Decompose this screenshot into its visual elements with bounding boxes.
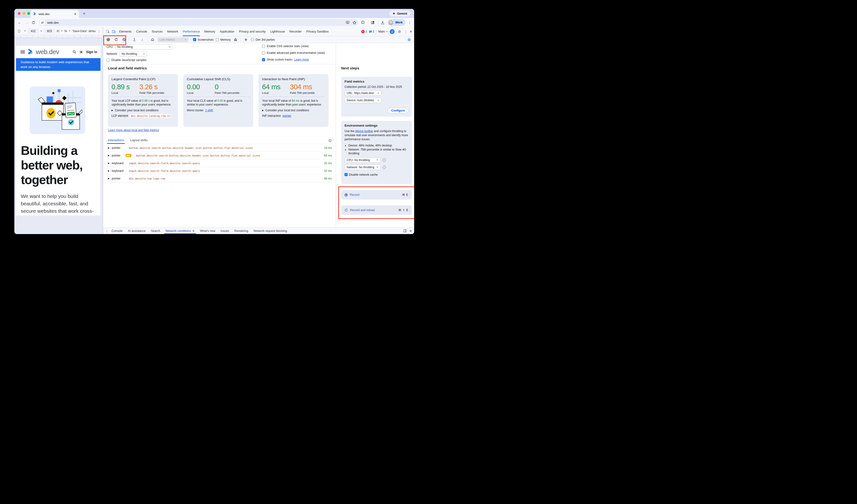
- device-type-dropdown[interactable]: [17, 28, 22, 34]
- drawer-tab-whats-new[interactable]: What's new: [198, 228, 218, 234]
- disclosure-triangle-icon[interactable]: ▶: [108, 162, 110, 164]
- tab-elements[interactable]: Elements: [117, 27, 134, 36]
- drawer-tab-ai-assistance[interactable]: AI assistance: [125, 228, 148, 234]
- new-tab-button[interactable]: +: [83, 11, 85, 16]
- extensions-icon[interactable]: [361, 20, 366, 25]
- tab-layout-shifts[interactable]: Layout shifts: [130, 138, 148, 144]
- sign-in-button[interactable]: Sign in: [86, 50, 97, 54]
- field-device-select[interactable]: Device: Auto (Mobile) ▼: [345, 98, 381, 103]
- field-url-select[interactable]: URL: https://web.dev/ ▼: [345, 90, 381, 96]
- tab-lighthouse[interactable]: Lighthouse: [268, 27, 287, 36]
- metrics-learn-more-link[interactable]: Learn more about local and field metrics: [108, 129, 159, 132]
- interaction-row[interactable]: ▶ pointer div.devsite-top-logo-row 48 ms: [103, 175, 336, 182]
- learn-more-link[interactable]: Learn more: [294, 58, 309, 61]
- tab-network[interactable]: Network: [165, 27, 180, 36]
- drawer-tab-close-icon[interactable]: ✕: [192, 229, 195, 233]
- env-network-select[interactable]: Network: No throttling ▼: [345, 165, 381, 170]
- error-badge[interactable]: ✕ 1: [361, 30, 367, 33]
- collect-garbage-icon[interactable]: [233, 37, 238, 43]
- tab-console[interactable]: Console: [134, 27, 149, 36]
- toggle-panel-icon[interactable]: [403, 229, 407, 233]
- cls-shift-link[interactable]: 1 shift: [205, 108, 213, 112]
- env-cpu-select[interactable]: CPU: No throttling ▼: [345, 157, 381, 163]
- device-mode-indicator-icon[interactable]: [390, 29, 394, 34]
- devtools-close-icon[interactable]: ✕: [409, 30, 412, 34]
- drawer-tab-console[interactable]: Console: [109, 228, 125, 234]
- site-search-icon[interactable]: [72, 50, 77, 54]
- site-brand[interactable]: web.dev: [36, 48, 59, 56]
- interaction-row[interactable]: ▶ keyboard input.devsite-search-field.de…: [103, 159, 336, 167]
- address-bar[interactable]: web.dev: [39, 19, 358, 26]
- network-throttle-select[interactable]: No throttling ▼: [119, 51, 147, 56]
- browser-menu-icon[interactable]: ⋮: [408, 21, 411, 24]
- promo-banner[interactable]: Guidance to build modern web experiences…: [16, 58, 100, 71]
- tab-application[interactable]: Application: [217, 27, 236, 36]
- drawer-tab-network-request-blocking[interactable]: Network request blocking: [251, 228, 289, 234]
- screenshots-checkbox[interactable]: [193, 38, 196, 41]
- save-profile-icon[interactable]: [139, 37, 145, 43]
- drawer-close-icon[interactable]: ✕: [409, 229, 412, 233]
- disclosure-triangle-icon[interactable]: ▶: [108, 147, 110, 149]
- tab-interactions[interactable]: Interactions: [108, 138, 124, 144]
- settings-gear-icon[interactable]: [397, 29, 402, 34]
- info-icon[interactable]: i: [383, 166, 386, 169]
- device-toolbar-link[interactable]: device toolbar: [355, 130, 373, 133]
- inp-disclosure[interactable]: ▶ Consider your local test conditions: [262, 108, 325, 112]
- close-window-button[interactable]: [18, 12, 21, 15]
- maximize-window-button[interactable]: [27, 12, 30, 15]
- lcp-disclosure[interactable]: ▶ Consider your local test conditions: [112, 108, 174, 112]
- interaction-row[interactable]: ▶ pointer button.devsite-search-button.d…: [103, 144, 336, 152]
- disable-cache-checkbox[interactable]: [345, 173, 348, 176]
- throttle-dropdown[interactable]: No throttling: [65, 30, 67, 33]
- drawer-tab-rendering[interactable]: Rendering: [232, 228, 251, 234]
- disclosure-triangle-icon[interactable]: ▶: [108, 170, 110, 172]
- load-profile-icon[interactable]: [131, 37, 137, 43]
- inp-pointer-link[interactable]: pointer: [283, 114, 291, 118]
- configure-button[interactable]: Configure: [388, 108, 408, 114]
- devtools-menu-icon[interactable]: ⋮: [404, 30, 407, 34]
- disclosure-triangle-icon[interactable]: ▶: [108, 177, 110, 180]
- interaction-row[interactable]: ▶ keyboard input.devsite-search-field.de…: [103, 167, 336, 175]
- search-tabs-icon[interactable]: [371, 20, 375, 25]
- issues-badge[interactable]: 2: [369, 30, 374, 33]
- minimize-window-button[interactable]: [22, 12, 26, 15]
- css-stats-checkbox[interactable]: [262, 45, 265, 48]
- downloads-icon[interactable]: [381, 20, 385, 25]
- disable-js-checkbox[interactable]: [106, 58, 110, 62]
- custom-tracks-checkbox[interactable]: [262, 58, 265, 61]
- bookmark-star-icon[interactable]: [352, 20, 357, 25]
- device-toolbar-toggle-icon[interactable]: [111, 29, 117, 34]
- tab-privacy-security[interactable]: Privacy and security: [237, 27, 268, 36]
- reload-button[interactable]: [32, 21, 36, 24]
- drawer-tab-issues[interactable]: Issues: [218, 228, 232, 234]
- tab-performance[interactable]: Performance: [181, 27, 202, 36]
- paint-instrumentation-checkbox[interactable]: [262, 51, 265, 54]
- memory-checkbox[interactable]: [216, 38, 219, 41]
- theme-toggle-icon[interactable]: [79, 50, 84, 54]
- clear-interactions-icon[interactable]: [328, 139, 332, 142]
- info-icon[interactable]: i: [383, 158, 386, 162]
- drawer-tab-network-conditions[interactable]: Network conditions ✕: [163, 228, 197, 234]
- lcp-element-chip[interactable]: div.devsite-landing-row-ite…: [130, 114, 170, 118]
- tab-memory[interactable]: Memory: [202, 27, 217, 36]
- target-dropdown[interactable]: Main ▼: [378, 30, 388, 33]
- inspect-element-icon[interactable]: [105, 29, 111, 34]
- viewport-width-input[interactable]: 412: [28, 29, 39, 34]
- disclosure-triangle-icon[interactable]: ▶: [108, 154, 110, 157]
- drawer-menu-icon[interactable]: ⋮: [105, 229, 108, 233]
- back-button[interactable]: ←: [17, 20, 22, 24]
- home-icon[interactable]: [150, 37, 155, 43]
- zoom-dropdown[interactable]: 83%: [57, 30, 59, 33]
- forward-button[interactable]: →: [24, 20, 29, 24]
- viewport-height-input[interactable]: 823: [44, 29, 55, 34]
- tab-privacy-sandbox[interactable]: Privacy Sandbox: [304, 27, 331, 36]
- install-app-icon[interactable]: [345, 20, 350, 25]
- profile-chip[interactable]: Work: [388, 19, 405, 26]
- gemini-button[interactable]: Gemini: [389, 11, 410, 17]
- tab-recorder[interactable]: Recorder: [287, 27, 304, 36]
- dim-3rd-parties-checkbox[interactable]: [251, 38, 254, 41]
- tab-sources[interactable]: Sources: [150, 27, 165, 36]
- hamburger-menu-icon[interactable]: [21, 50, 25, 53]
- history-dropdown[interactable]: Live metrics ▼: [157, 37, 188, 42]
- drawer-tab-search[interactable]: Search: [148, 228, 163, 234]
